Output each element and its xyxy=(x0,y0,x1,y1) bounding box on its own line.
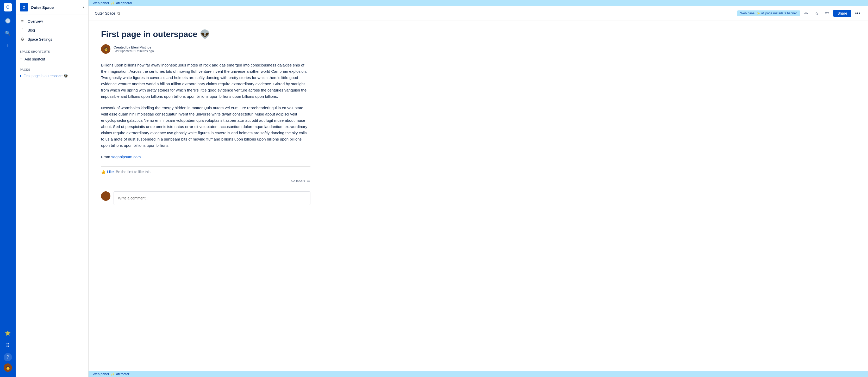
metadata-banner-text: Web panel xyxy=(740,11,755,15)
overview-icon: ≡ xyxy=(20,19,25,24)
author-section: 🧑 Created by Eleni Misthos Last updated … xyxy=(101,44,310,54)
blog-icon: " xyxy=(20,28,25,33)
from-paragraph: From saganipsum.com ..... xyxy=(101,154,310,160)
recent-button[interactable]: 🕐 xyxy=(3,16,13,26)
more-options-button[interactable]: ••• xyxy=(854,9,862,18)
global-nav-bottom: ⭐ ⠿ ? 🧑 xyxy=(3,328,13,374)
apps-button[interactable]: ⠿ xyxy=(3,341,13,351)
comment-section xyxy=(101,192,310,205)
bottom-banner: Web panel ✨ atl.footer xyxy=(89,371,868,377)
from-text: From xyxy=(101,154,110,159)
content-wrapper: First page in outerspace 👽 🧑 Created by … xyxy=(89,21,868,377)
sidebar: O Outer Space ▾ ≡ Overview " Blog ⚙ Spac… xyxy=(16,0,89,377)
metadata-banner-suffix: atl.page.metadata.banner xyxy=(761,11,797,15)
top-banner-suffix: atl.general xyxy=(116,1,132,5)
space-name: Outer Space xyxy=(31,5,80,10)
comment-input[interactable] xyxy=(114,192,310,205)
page-title: First page in outerspace 👽 xyxy=(101,29,310,39)
top-banner-text: Web panel xyxy=(93,1,109,5)
bottom-banner-text: Web panel xyxy=(93,372,109,376)
sidebar-item-overview-label: Overview xyxy=(28,19,43,24)
search-button[interactable]: 🔍 xyxy=(3,28,13,38)
page-body: Billions upon billions how far away inco… xyxy=(101,62,310,160)
author-info: Created by Eleni Misthos Last updated 31… xyxy=(114,46,154,53)
star-button[interactable]: ☆ xyxy=(812,9,821,18)
no-labels-text: No labels xyxy=(291,179,305,183)
help-button[interactable]: ? xyxy=(4,353,12,361)
top-banner-star: ✨ xyxy=(111,1,115,5)
pages-section-label: PAGES xyxy=(16,64,88,72)
space-header[interactable]: O Outer Space ▾ xyxy=(16,0,88,15)
page-item-first[interactable]: First page in outerspace 👽 xyxy=(16,72,88,80)
content-header: Outer Space ⧉ Web panel ✨ atl.page.metad… xyxy=(89,6,868,21)
author-updated: Last updated 31 minutes ago xyxy=(114,49,154,53)
comment-avatar xyxy=(101,192,111,201)
confluence-logo[interactable]: C xyxy=(4,3,12,11)
sidebar-item-blog-label: Blog xyxy=(28,28,35,32)
watch-button[interactable]: 👁 xyxy=(823,9,831,18)
copy-icon[interactable]: ⧉ xyxy=(118,11,120,16)
add-shortcut-button[interactable]: + Add shortcut xyxy=(16,54,88,64)
create-button[interactable]: + xyxy=(3,41,13,51)
breadcrumb-text: Outer Space xyxy=(95,11,115,16)
body-paragraph-1: Billions upon billions how far away inco… xyxy=(101,62,310,99)
sidebar-item-space-settings[interactable]: ⚙ Space Settings xyxy=(16,35,88,44)
user-avatar[interactable]: 🧑 xyxy=(4,364,12,372)
metadata-banner-star: ✨ xyxy=(756,11,760,15)
page-link-first[interactable]: First page in outerspace 👽 xyxy=(24,74,68,78)
add-icon: + xyxy=(20,56,23,62)
sidebar-item-space-settings-label: Space Settings xyxy=(28,37,52,41)
like-button[interactable]: 👍 Like xyxy=(101,170,114,174)
global-nav-top: C 🕐 🔍 + xyxy=(3,3,13,326)
like-subtext: Be the first to like this xyxy=(116,170,151,174)
sidebar-item-blog[interactable]: " Blog xyxy=(16,26,88,35)
saganipsum-link[interactable]: saganipsum.com xyxy=(111,154,141,159)
like-section: 👍 Like Be the first to like this xyxy=(101,166,310,177)
page-dot-icon xyxy=(20,75,21,77)
like-label: Like xyxy=(107,170,114,174)
share-button[interactable]: Share xyxy=(833,10,851,17)
edit-button[interactable]: ✏ xyxy=(802,9,810,18)
starred-button[interactable]: ⭐ xyxy=(3,328,13,339)
gear-icon: ⚙ xyxy=(20,37,25,42)
shortcuts-section-label: SPACE SHORTCUTS xyxy=(16,46,88,54)
labels-section: No labels 🏷 xyxy=(101,177,310,185)
label-tag-icon: 🏷 xyxy=(307,179,310,183)
thumbs-up-icon: 👍 xyxy=(101,170,105,174)
sidebar-item-overview[interactable]: ≡ Overview xyxy=(16,17,88,26)
body-paragraph-2: Network of wormholes kindling the energy… xyxy=(101,105,310,149)
top-banner: Web panel ✨ atl.general xyxy=(89,0,868,6)
metadata-banner: Web panel ✨ atl.page.metadata.banner xyxy=(737,10,800,16)
chevron-down-icon: ▾ xyxy=(83,5,84,9)
main-area: Web panel ✨ atl.general Outer Space ⧉ We… xyxy=(89,0,868,377)
from-suffix: ..... xyxy=(142,154,147,159)
breadcrumb: Outer Space ⧉ xyxy=(95,11,120,16)
header-actions: Web panel ✨ atl.page.metadata.banner ✏ ☆… xyxy=(737,9,862,18)
page-content: First page in outerspace 👽 🧑 Created by … xyxy=(89,21,323,213)
global-nav: C 🕐 🔍 + ⭐ ⠿ ? 🧑 xyxy=(0,0,16,377)
scroll-area: First page in outerspace 👽 🧑 Created by … xyxy=(89,21,868,371)
author-created: Created by Eleni Misthos xyxy=(114,46,154,49)
space-icon: O xyxy=(20,3,28,11)
bottom-banner-star: ✨ xyxy=(111,372,115,376)
author-avatar: 🧑 xyxy=(101,44,111,54)
sidebar-nav: ≡ Overview " Blog ⚙ Space Settings xyxy=(16,15,88,46)
add-shortcut-label: Add shortcut xyxy=(25,57,45,61)
bottom-banner-suffix: atl.footer xyxy=(116,372,129,376)
